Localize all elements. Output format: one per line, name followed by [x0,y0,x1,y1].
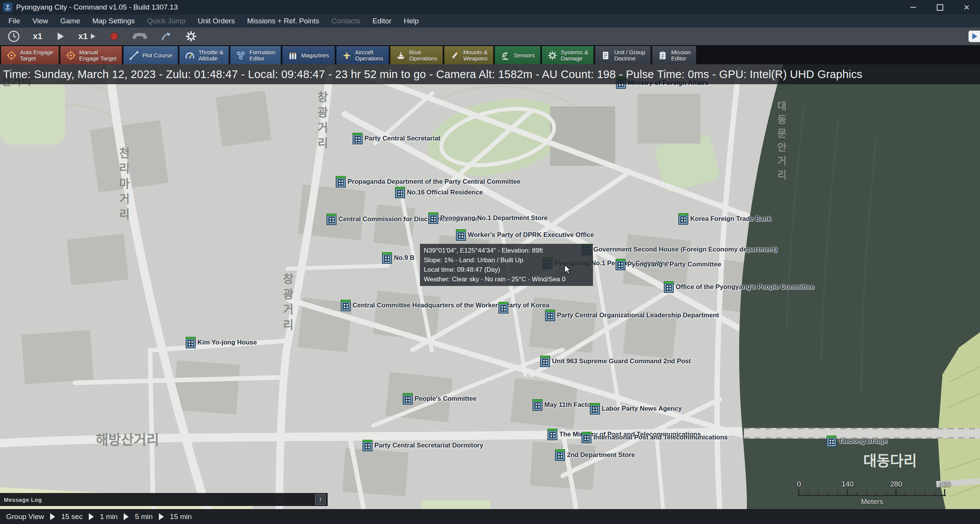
facility-icon[interactable] [581,432,591,443]
unit-marker-taedong-bridge[interactable]: Taedong Bridge [826,436,887,447]
close-button[interactable]: × [953,0,980,15]
unit-marker-labor-party-news-agency[interactable]: Labor Party News Agency [590,403,682,415]
menu-item-help[interactable]: Help [398,15,425,28]
map-viewport[interactable]: 산거리천리마거리창광거리창광거리해방산거리대동문안거리대동다리 Ministry… [0,64,980,509]
unit-marker-party-central-secretariat[interactable]: Party Central Secretariat [353,133,440,144]
unit-marker-central-committee-headquarters-of-the-wo[interactable]: Central Committee Headquarters of the Wo… [341,300,549,311]
unit-marker-pyongyang-s-party-committee[interactable]: Pyongyang's Party Committee [616,259,721,270]
facility-icon[interactable] [186,337,196,348]
target-icon [7,51,16,60]
ribbon-button-unit-group-doctrine[interactable]: Unit / GroupDoctrine [595,46,651,65]
unit-marker-international-post-and-telecommunication[interactable]: International Post and Telecommunication… [581,432,728,443]
unit-marker-office-of-the-pyongyang-s-people-committ[interactable]: Office of the Pyongyang's People Committ… [664,281,814,293]
unit-marker[interactable] [498,302,508,313]
unit-marker-unit-963-supreme-guard-command-2nd-post[interactable]: Unit 963 Supreme Guard Command 2nd Post [540,356,691,367]
arrow-up-icon: ↑ [319,496,322,504]
play-button[interactable] [55,31,65,41]
facility-icon[interactable] [664,281,674,293]
unit-marker-party-central-secretariat-dormitory[interactable]: Party Central Secretariat Dormitory [363,440,483,451]
toolbar: x1 x1 [0,28,980,45]
menu-item-quick-jump: Quick Jump [141,15,191,28]
unit-marker-worker-s-party-of-dprk-executive-office[interactable]: Worker's Party of DPRK Executive Office [456,229,594,241]
group-view-toggle[interactable]: Group View [6,513,44,521]
facility-icon[interactable] [403,393,413,405]
unit-marker-korea-foreign-trade-bank[interactable]: Korea Foreign Trade Bank [678,213,771,225]
unit-label: Labor Party News Agency [602,405,682,413]
unit-marker-people-s-committee[interactable]: People's Committee [403,393,477,405]
facility-icon[interactable] [616,259,626,270]
ribbon-button-mounts-weapons[interactable]: Mounts &Weapons [444,46,493,65]
facility-icon[interactable] [341,300,351,311]
ribbon-button-boat-operations[interactable]: BoatOperations [390,46,443,65]
menu-item-editor[interactable]: Editor [366,15,398,28]
unit-marker-kim-yo-jong-house[interactable]: Kim Yo-jong House [186,337,257,348]
facility-icon[interactable] [395,187,405,198]
menu-item-game[interactable]: Game [54,15,86,28]
message-log-expand-button[interactable]: ↑ [315,494,326,505]
ribbon-button-throttle-altitude[interactable]: Throttle &Altitude [179,46,229,65]
play-interval-icon[interactable] [50,513,55,520]
unit-marker-may-11th-factory[interactable]: May 11th Factory [532,399,597,411]
unit-marker-pyongyang-no-1-department-store[interactable]: Pyongyang No.1 Department Store [428,212,548,224]
unit-marker-propaganda-department-of-the-party-centr[interactable]: Propaganda Department of the Party Centr… [336,176,521,188]
clock-button[interactable] [8,30,20,42]
facility-icon[interactable] [327,214,336,225]
jump-button[interactable] [160,31,172,42]
settings-button[interactable] [185,30,197,42]
facility-icon[interactable] [353,133,363,144]
street-label: 천리마거리 [115,147,132,224]
ribbon-button-sensors[interactable]: Sensors [495,46,541,65]
phone-handset-button[interactable] [132,31,147,41]
radar-icon [500,51,510,60]
menu-item-unit-orders[interactable]: Unit Orders [191,15,241,28]
scale-number: 280 [890,480,902,488]
side-panel-expand-button[interactable] [969,31,980,42]
play-interval-icon[interactable] [89,513,94,520]
unit-marker-government-second-house-foreign-economy-[interactable]: Government Second House (Foreign Economy… [581,244,777,255]
facility-icon[interactable] [590,403,600,415]
play-interval-icon[interactable] [159,513,164,520]
step-speed-label: x1 [78,31,87,41]
interval-preset-1-min[interactable]: 1 min [100,513,118,521]
unit-marker-2nd-department-store[interactable]: 2nd Department Store [555,449,635,461]
step-speed-button[interactable]: x1 [78,31,96,41]
menu-item-missions-ref-points[interactable]: Missions + Ref. Points [241,15,326,28]
ribbon-button-plot-course[interactable]: Plot Course [123,46,178,65]
minimize-button[interactable] [900,0,926,15]
record-button[interactable] [109,31,119,41]
ribbon-button-mission-editor[interactable]: MissionEditor [652,46,696,65]
facility-icon[interactable] [363,440,372,451]
facility-icon[interactable] [540,356,550,367]
facility-icon[interactable] [382,252,392,264]
interval-preset-15-min[interactable]: 15 min [170,513,192,521]
ribbon-button-magazines[interactable]: Magazines [282,46,335,65]
play-interval-icon[interactable] [124,513,129,520]
unit-marker-no-16-official-residence[interactable]: No.16 Official Residence [395,187,483,198]
menu-item-map-settings[interactable]: Map Settings [86,15,141,28]
ribbon-button-manual-engage-target[interactable]: ManualEngage Target [60,46,122,65]
maximize-button[interactable] [926,0,953,15]
menu-item-file[interactable]: File [2,15,26,28]
facility-icon[interactable] [532,399,542,411]
facility-icon[interactable] [456,229,466,241]
facility-icon[interactable] [545,310,555,321]
facility-icon[interactable] [336,176,346,188]
ribbon-button-formation-editor[interactable]: FormationEditor [230,46,281,65]
facility-icon[interactable] [555,449,565,461]
facility-icon[interactable] [547,429,557,440]
interval-preset-5-min[interactable]: 5 min [135,513,152,521]
ribbon-button-systems-damage[interactable]: Systems &Damage [542,46,594,65]
facility-icon[interactable] [498,302,508,313]
unit-marker-no-9-b[interactable]: No.9 B [382,252,415,264]
tooltip-line: N39°01'04", E125°44'34" - Elevation: 89f… [424,246,589,255]
unit-marker-party-central-organizational-leadership-[interactable]: Party Central Organizational Leadership … [545,310,719,321]
interval-preset-15-sec[interactable]: 15 sec [61,513,83,521]
facility-icon[interactable] [678,213,688,225]
ribbon-button-auto-engage-target[interactable]: Auto EngageTarget [1,46,59,65]
facility-icon[interactable] [826,436,836,447]
menu-item-view[interactable]: View [26,15,54,28]
ribbon-button-label: AircraftOperations [355,49,383,62]
facility-icon[interactable] [428,212,438,224]
ribbon-button-aircraft-operations[interactable]: AircraftOperations [336,46,389,65]
building-glyph [547,431,557,440]
